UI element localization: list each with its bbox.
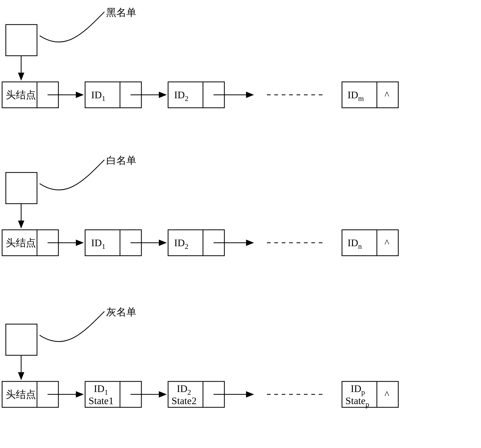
whitelist-pointer-box (6, 172, 37, 204)
svg-text:ID1: ID1 (94, 383, 108, 396)
node1-id: ID (91, 89, 102, 100)
gn2-state: State2 (172, 395, 197, 406)
gn1-id: ID (94, 383, 104, 394)
wn1-id: ID (91, 237, 102, 248)
svg-text:IDn: IDn (348, 237, 362, 250)
svg-text:ID2: ID2 (174, 237, 188, 250)
wlast-id: ID (348, 237, 358, 248)
blacklist-head-label: 头结点 (6, 89, 36, 100)
node2-sub: 2 (185, 94, 188, 102)
glast-state-sub: p (366, 400, 369, 408)
svg-text:ID2: ID2 (174, 89, 188, 102)
last-sub: m (358, 94, 364, 102)
greylist-terminator: ^ (385, 389, 389, 400)
wlast-sub: n (358, 242, 362, 250)
whitelist-head-label: 头结点 (6, 237, 36, 248)
svg-text:ID1: ID1 (91, 237, 105, 250)
node1-sub: 1 (102, 94, 105, 102)
svg-text:IDm: IDm (348, 89, 364, 102)
whitelist-curve (40, 160, 104, 190)
blacklist-pointer-box (6, 25, 37, 56)
svg-text:ID2: ID2 (177, 383, 191, 396)
whitelist-last-node: IDn ^ (342, 230, 398, 256)
node2-id: ID (174, 89, 185, 100)
blacklist-title: 黑名单 (106, 7, 136, 18)
greylist-group: 灰名单 头结点 ID1 State1 ID2 State2 (2, 306, 398, 408)
gn2-id: ID (177, 383, 187, 394)
greylist-pointer-box (6, 324, 37, 355)
wn2-sub: 2 (185, 242, 188, 250)
greylist-curve (40, 311, 104, 342)
greylist-title: 灰名单 (106, 306, 136, 318)
blacklist-terminator: ^ (385, 89, 389, 100)
svg-text:IDp: IDp (351, 383, 365, 396)
blacklist-group: 黑名单 头结点 ID1 ID2 (2, 7, 398, 108)
blacklist-curve (40, 12, 104, 42)
glast-state: State (345, 395, 366, 406)
greylist-last-node: IDp Statep ^ (342, 381, 398, 408)
wn2-id: ID (174, 237, 185, 248)
svg-text:ID1: ID1 (91, 89, 105, 102)
wn1-sub: 1 (102, 242, 105, 250)
gn1-state: State1 (89, 395, 114, 406)
whitelist-terminator: ^ (385, 237, 389, 248)
whitelist-title: 白名单 (106, 155, 136, 166)
glast-id: ID (351, 383, 361, 394)
last-id: ID (348, 89, 358, 100)
blacklist-last-node: IDm ^ (342, 82, 398, 108)
greylist-head-label: 头结点 (6, 389, 36, 400)
whitelist-group: 白名单 头结点 ID1 ID2 (2, 155, 398, 256)
svg-text:Statep: Statep (345, 395, 369, 408)
